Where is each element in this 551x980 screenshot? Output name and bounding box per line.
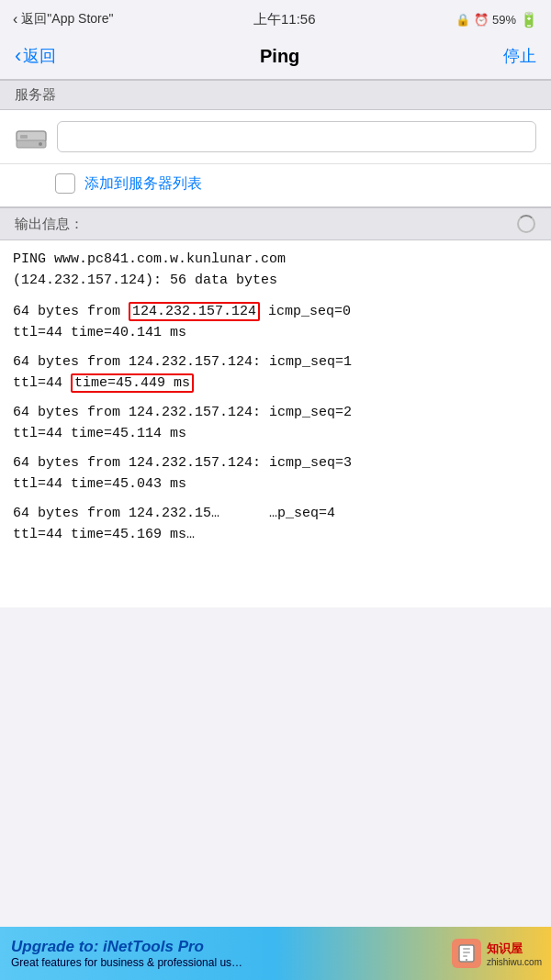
ping-intro-line1: PING www.pc841.com.w.kunlunar.com [13,251,286,267]
nav-back-button[interactable]: ‹ 返回 [15,44,56,68]
output-header: 输出信息： [0,207,551,240]
add-to-server-checkbox[interactable] [55,173,75,194]
status-back-chevron-icon: ‹ [13,11,17,28]
ping-result-1-line1: 64 bytes from 124.232.157.124: icmp_seq=… [13,352,538,373]
nav-title: Ping [260,46,299,67]
svg-point-2 [39,142,42,146]
ping-result-0-line2: ttl=44 time=40.141 ms [13,323,538,344]
nav-bar: ‹ 返回 Ping 停止 [0,37,551,80]
ping-result-0-line1: 64 bytes from 124.232.157.124 icmp_seq=0 [13,302,538,323]
output-content: PING www.pc841.com.w.kunlunar.com (124.2… [0,240,551,607]
ping-result-1: 64 bytes from 124.232.157.124: icmp_seq=… [13,352,538,394]
ad-badge-text-line1: 知识屋 [487,941,542,957]
ping-intro: PING www.pc841.com.w.kunlunar.com (124.2… [13,250,538,291]
ping-result-2-line2: ttl=44 time=45.114 ms [13,424,538,445]
svg-rect-6 [463,952,470,953]
highlighted-ip-0: 124.232.157.124 [129,302,260,321]
checkbox-row: 添加到服务器列表 [0,164,551,207]
status-icons: 🔒 ⏰ 59% 🔋 [455,11,538,28]
ping-result-0: 64 bytes from 124.232.157.124 icmp_seq=0… [13,302,538,343]
ad-title: Upgrade to: iNetTools Pro [11,938,443,956]
status-bar: ‹ 返回"App Store" 上午11:56 🔒 ⏰ 59% 🔋 [0,0,551,37]
server-icon [15,124,48,150]
svg-rect-7 [463,955,467,957]
ping-intro-line2: (124.232.157.124): 56 data bytes [13,273,277,288]
server-input-area [0,110,551,164]
nav-back-label: 返回 [23,45,56,67]
highlighted-time-1: time=45.449 ms [71,373,194,393]
status-time: 上午11:56 [253,11,316,28]
svg-rect-5 [463,948,470,950]
lock-icon: 🔒 [455,13,470,27]
ping-result-2: 64 bytes from 124.232.157.124: icmp_seq=… [13,403,538,444]
output-header-label: 输出信息： [15,216,84,233]
status-back-text: 返回"App Store" [21,11,113,28]
svg-rect-3 [20,135,28,139]
ad-title-app: iNetTools Pro [103,938,204,955]
battery-percent: 59% [492,13,516,27]
svg-point-8 [466,959,467,961]
ad-badge-text: 知识屋 zhishiwu.com [487,941,542,967]
ping-result-3-line2: ttl=44 time=45.043 ms [13,474,538,496]
add-to-server-label[interactable]: 添加到服务器列表 [84,174,202,194]
ping-result-3-line1: 64 bytes from 124.232.157.124: icmp_seq=… [13,453,538,474]
ping-result-2-line1: 64 bytes from 124.232.157.124: icmp_seq=… [13,403,538,424]
ping-result-4-line1: 64 bytes from 124.232.15… …p_seq=4 [13,504,538,525]
nav-stop-button[interactable]: 停止 [503,45,536,67]
ping-result-4-line2: ttl=44 time=45.169 ms… [13,525,538,546]
ping-result-1-line2: ttl=44 time=45.449 ms [13,373,538,395]
battery-icon: 🔋 [520,11,538,28]
server-section-header: 服务器 [0,80,551,110]
ad-text-area: Upgrade to: iNetTools Pro Great features… [11,938,443,969]
ad-title-prefix: Upgrade to: [11,938,103,955]
alarm-icon: ⏰ [474,13,489,27]
ping-result-4: 64 bytes from 124.232.15… …p_seq=4 ttl=4… [13,504,538,545]
loading-spinner [516,214,536,234]
nav-back-chevron-icon: ‹ [15,44,21,68]
server-text-input[interactable] [57,121,536,152]
status-back-label: ‹ 返回"App Store" [13,11,114,28]
ad-badge-text-line2: zhishiwu.com [487,957,542,967]
ad-badge-icon [452,939,481,968]
ad-subtitle: Great features for business & profession… [11,956,443,969]
ad-banner[interactable]: Upgrade to: iNetTools Pro Great features… [0,927,551,980]
ad-badge[interactable]: 知识屋 zhishiwu.com [443,927,551,980]
ping-result-3: 64 bytes from 124.232.157.124: icmp_seq=… [13,453,538,495]
